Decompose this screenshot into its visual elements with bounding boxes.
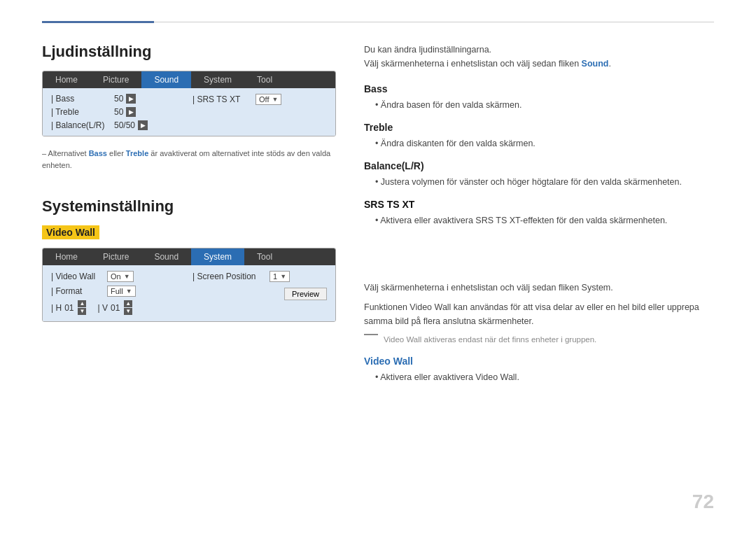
- sound-intro-line2: Välj skärmenheterna i enhetslistan och v…: [364, 59, 611, 69]
- bass-subsection-title: Bass: [364, 83, 714, 94]
- bass-subsection: Bass Ändra basen för den valda skärmen.: [364, 83, 714, 112]
- format-row: | Format Full ▼: [51, 286, 186, 297]
- h-label: | H: [51, 303, 62, 313]
- videowall-subsection-body: Aktivera eller avaktivera Video Wall.: [364, 370, 714, 384]
- sound-link: Sound: [582, 59, 609, 69]
- system-section-title: Systeminställning: [42, 197, 336, 216]
- screenpos-value: 1: [273, 272, 277, 281]
- videowall-select[interactable]: On ▼: [107, 271, 134, 282]
- bass-number: 50: [114, 94, 123, 104]
- sound-section-title: Ljudinställning: [42, 43, 336, 61]
- tab-system[interactable]: System: [191, 71, 244, 88]
- preview-row: Preview: [192, 288, 327, 300]
- tab-tool[interactable]: Tool: [244, 71, 285, 88]
- sys-tab-home[interactable]: Home: [43, 248, 90, 265]
- sound-panel: Home Picture Sound System Tool | Bass 50: [42, 71, 336, 136]
- srs-subsection-body: Aktivera eller avaktivera SRS TS XT-effe…: [364, 213, 714, 227]
- bass-note-link: Bass: [89, 149, 107, 157]
- h-spinner[interactable]: ▲ ▼: [78, 300, 86, 316]
- top-line-accent: [42, 21, 154, 23]
- video-wall-highlight: Video Wall: [42, 225, 99, 239]
- srs-bullet: Aktivera eller avaktivera SRS TS XT-effe…: [375, 213, 714, 227]
- h-down-arrow[interactable]: ▼: [78, 308, 86, 315]
- sys-tab-picture[interactable]: Picture: [90, 248, 141, 265]
- balance-value: 50/50 ▶: [114, 120, 148, 130]
- balance-subsection-body: Justera volymen för vänster och höger hö…: [364, 175, 714, 189]
- h-value: 01: [64, 303, 74, 313]
- hv-row: | H 01 ▲ ▼ | V 01: [51, 300, 186, 316]
- bass-row: | Bass 50 ▶: [51, 94, 186, 104]
- v-spinner[interactable]: ▲ ▼: [124, 300, 132, 316]
- srs-subsection: SRS TS XT Aktivera eller avaktivera SRS …: [364, 199, 714, 227]
- videowall-link-desc: Video Wall: [410, 302, 451, 312]
- sys-tab-sound[interactable]: Sound: [141, 248, 191, 265]
- right-column: Du kan ändra ljudinställningarna. Välj s…: [364, 43, 714, 394]
- treble-arrow[interactable]: ▶: [126, 107, 136, 117]
- treble-label: | Treble: [51, 107, 114, 117]
- treble-bullet: Ändra diskanten för den valda skärmen.: [375, 136, 714, 150]
- tab-picture[interactable]: Picture: [90, 71, 141, 88]
- sys-tab-tool[interactable]: Tool: [244, 248, 285, 265]
- system-desc1: Välj skärmenheterna i enhetslistan och v…: [364, 281, 714, 295]
- videowall-bullet-link: Video Wall: [475, 372, 517, 382]
- screenpos-label: | Screen Position: [192, 272, 270, 281]
- format-label: | Format: [51, 286, 107, 296]
- format-select[interactable]: Full ▼: [107, 286, 136, 297]
- treble-subsection-title: Treble: [364, 122, 714, 133]
- videowall-row: | Video Wall On ▼: [51, 271, 186, 282]
- sound-note: – Alternativet Bass eller Treble är avak…: [42, 148, 336, 171]
- videowall-select-arrow: ▼: [124, 273, 130, 280]
- treble-number: 50: [114, 107, 123, 117]
- system-panel-body: | Video Wall On ▼ | Format Full: [43, 265, 335, 321]
- balance-label: | Balance(L/R): [51, 120, 114, 130]
- v-up-arrow[interactable]: ▲: [124, 300, 132, 307]
- srs-link: SRS TS XT: [475, 216, 520, 225]
- page-layout: Ljudinställning Home Picture Sound Syste…: [42, 43, 714, 394]
- balance-number: 50/50: [114, 120, 135, 130]
- bass-arrow[interactable]: ▶: [126, 94, 136, 104]
- srs-select[interactable]: Off ▼: [255, 94, 281, 105]
- treble-value: 50 ▶: [114, 107, 136, 117]
- page-number: 72: [692, 491, 714, 513]
- sound-tabs: Home Picture Sound System Tool: [43, 71, 335, 88]
- format-select-arrow: ▼: [126, 288, 132, 295]
- videowall-bullet: Aktivera eller avaktivera Video Wall.: [375, 370, 714, 384]
- preview-button[interactable]: Preview: [284, 288, 327, 300]
- balance-subsection: Balance(L/R) Justera volymen för vänster…: [364, 160, 714, 189]
- system-right: Välj skärmenheterna i enhetslistan och v…: [364, 281, 714, 384]
- srs-label: | SRS TS XT: [192, 94, 255, 104]
- sys-tab-system[interactable]: System: [191, 248, 244, 265]
- sound-panel-body: | Bass 50 ▶ | Treble 50 ▶: [43, 88, 335, 136]
- balance-arrow[interactable]: ▶: [138, 120, 148, 130]
- videowall-value: On: [111, 272, 121, 281]
- system-desc2: Funktionen Video Wall kan användas för a…: [364, 300, 714, 328]
- v-down-arrow[interactable]: ▼: [124, 308, 132, 315]
- treble-note-link: Treble: [126, 149, 148, 157]
- note-dash-line: [364, 334, 378, 335]
- v-value: 01: [111, 303, 120, 313]
- v-label: | V: [97, 303, 107, 313]
- screenpos-select-arrow: ▼: [280, 273, 286, 280]
- sound-right: Du kan ändra ljudinställningarna. Välj s…: [364, 43, 714, 227]
- system-panel: Home Picture Sound System Tool | Video W…: [42, 248, 336, 322]
- tab-home[interactable]: Home: [43, 71, 90, 88]
- srs-value: Off: [259, 95, 269, 104]
- system-section-left: Systeminställning Video Wall Home Pictur…: [42, 197, 336, 322]
- system-note: Video Wall aktiveras endast när det finn…: [364, 334, 714, 346]
- screenpos-select[interactable]: 1 ▼: [270, 271, 290, 282]
- format-value: Full: [111, 287, 123, 295]
- top-line-rule: [154, 22, 714, 22]
- treble-subsection-body: Ändra diskanten för den valda skärmen.: [364, 136, 714, 150]
- sound-intro: Du kan ändra ljudinställningarna. Välj s…: [364, 43, 714, 71]
- videowall-subsection: Video Wall Aktivera eller avaktivera Vid…: [364, 356, 714, 384]
- bass-subsection-body: Ändra basen för den valda skärmen.: [364, 98, 714, 112]
- videowall-label: | Video Wall: [51, 272, 107, 281]
- balance-bullet: Justera volymen för vänster och höger hö…: [375, 175, 714, 189]
- tab-sound[interactable]: Sound: [141, 71, 191, 88]
- srs-select-arrow: ▼: [272, 96, 278, 103]
- srs-subsection-title: SRS TS XT: [364, 199, 714, 210]
- h-up-arrow[interactable]: ▲: [78, 300, 86, 307]
- screenpos-row: | Screen Position 1 ▼: [192, 271, 327, 282]
- bass-bullet: Ändra basen för den valda skärmen.: [375, 98, 714, 112]
- videowall-subsection-title: Video Wall: [364, 356, 714, 367]
